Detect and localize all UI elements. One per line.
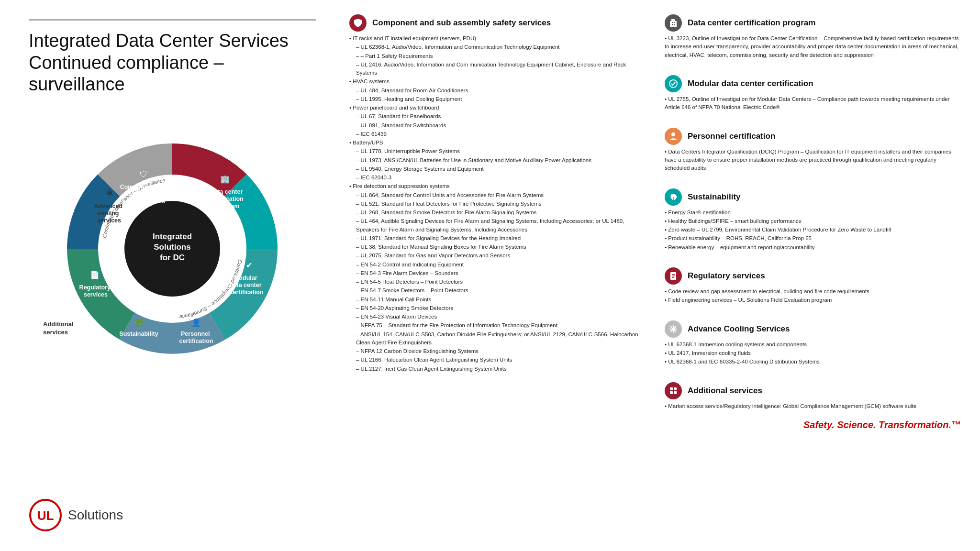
footer-area: Safety. Science. Transformation.™ (665, 419, 961, 440)
leaf-icon-svg (668, 192, 678, 202)
list-item: UL 864, Standard for Control Units and A… (349, 191, 646, 199)
list-item: UL 268, Standard for Smoke Detectors for… (349, 209, 646, 217)
section-datacenter-header: Data center certification program (665, 14, 961, 32)
section-cooling-icon (665, 320, 682, 338)
list-item: UL 1995, Heating and Cooling Equipment (349, 95, 646, 103)
section-additional-title: Additional services (688, 386, 762, 396)
person-icon-svg (668, 132, 678, 141)
list-item: UL 2416, Audio/Video, Information and Co… (349, 61, 646, 77)
section-datacenter: Data center certification program UL 322… (665, 14, 961, 66)
list-item: UL 9540, Energy Storage Systems and Equi… (349, 165, 646, 173)
section-regulatory-content: Code review and gap assessment to electr… (665, 287, 961, 305)
center-text-3: for DC (160, 253, 185, 262)
section-component-header: Component and sub assembly safety servic… (349, 14, 646, 32)
building-icon-svg (668, 18, 678, 28)
list-item: Market access service/Regulatory intelli… (665, 402, 961, 410)
center-text-2: Solutions (154, 242, 190, 252)
section-datacenter-content: UL 3223, Outline of Investigation for Da… (665, 34, 961, 59)
section-sustainability: Sustainability Energy Star® certificatio… (665, 188, 961, 259)
section-personnel-header: Personnel certification (665, 128, 961, 145)
person-icon: 👤 (191, 318, 201, 327)
building-icon: 🏢 (220, 175, 230, 184)
label-cooling: Advanced cooling services (94, 203, 124, 224)
section-modular-title: Modular data center certification (688, 79, 813, 88)
list-item: Data Centers Integrator Qualification (D… (665, 148, 961, 173)
list-item: EN 54-2 Control and Indicating Equipment (349, 261, 646, 269)
shield-icon: 🛡 (140, 170, 147, 178)
list-item: UL 2075, Standard for Gas and Vapor Dete… (349, 252, 646, 260)
section-regulatory-header: Regulatory services (665, 267, 961, 285)
section-cooling-title: Advance Cooling Services (688, 324, 790, 334)
title-line2: Continued compliance – surveillance (29, 53, 224, 95)
chart-svg: Continued Compliance – Surveillance Cont… (38, 115, 306, 383)
list-item: Energy Star® certification (665, 209, 961, 217)
list-item: ANSI/UL 154, CAN/ULC-S503, Carbon-Dioxid… (349, 331, 646, 347)
section-modular: Modular data center certification UL 275… (665, 75, 961, 119)
list-item: EN 54-7 Smoke Detectors – Point Detector… (349, 287, 646, 295)
svg-point-9 (671, 132, 675, 136)
list-item: UL 62368-1 Immersion cooling systems and… (665, 341, 961, 349)
list-item: UL 38, Standard for Manual Signaling Box… (349, 243, 646, 251)
list-item: IT racks and IT installed equipment (ser… (349, 34, 646, 43)
label-modular: Modular data center certification (230, 275, 264, 296)
section-additional-icon (665, 382, 682, 399)
list-item: UL 2127, Inert Gas Clean Agent Extinguis… (349, 365, 646, 373)
list-item: IEC 61439 (349, 130, 646, 138)
section-sustainability-content: Energy Star® certification Healthy Build… (665, 209, 961, 252)
list-item: EN 54-20 Aspirating Smoke Detectors (349, 304, 646, 312)
title-area: Integrated Data Center Services Continue… (29, 19, 316, 96)
svg-rect-3 (671, 19, 675, 21)
document-icon-svg (668, 271, 678, 281)
snowflake-icon-svg (668, 324, 678, 334)
list-item: UL 2166, Halocarbon Clean Agent Extingui… (349, 356, 646, 364)
list-item: Zero waste – UL 2799, Environmental Clai… (665, 226, 961, 234)
section-personnel-icon (665, 128, 682, 145)
additional-services-label: Additionalservices (43, 320, 74, 337)
shield-icon-svg (353, 18, 363, 28)
section-sustainability-title: Sustainability (688, 192, 741, 202)
list-item: Battery/UPS (349, 139, 646, 147)
list-item: EN 54-5 Heat Detectors – Point Detectors (349, 278, 646, 286)
svg-rect-7 (674, 24, 675, 25)
section-personnel-title: Personnel certification (688, 132, 775, 141)
grid-icon-svg (668, 386, 678, 396)
list-item: UL 2417, Immersion cooling fluids (665, 349, 961, 357)
svg-point-8 (669, 80, 677, 88)
svg-text:UL: UL (37, 508, 54, 523)
list-item: NFPA 75 – Standard for the Fire Protecti… (349, 321, 646, 330)
section-additional-header: Additional services (665, 382, 961, 399)
svg-rect-19 (674, 387, 677, 390)
list-item: UL 62368-1, Audio/Video, Information and… (349, 43, 646, 51)
section-component-content: IT racks and IT installed equipment (ser… (349, 34, 646, 373)
list-item: HVAC systems (349, 77, 646, 86)
section-personnel-content: Data Centers Integrator Qualification (D… (665, 148, 961, 173)
svg-rect-6 (672, 24, 673, 25)
svg-rect-2 (670, 21, 677, 27)
list-item: EN 54-23 Visual Alarm Devices (349, 313, 646, 321)
list-item: Code review and gap assessment to electr… (665, 287, 961, 296)
section-cooling-header: Advance Cooling Services (665, 320, 961, 338)
list-item: IEC 62040-3 (349, 174, 646, 182)
section-component-icon (349, 14, 367, 32)
right-panel: Component and sub assembly safety servic… (335, 0, 980, 551)
list-item: NFPA 12 Carbon Dioxide Extinguishing Sys… (349, 347, 646, 355)
svg-rect-4 (672, 22, 673, 23)
section-sustainability-header: Sustainability (665, 188, 961, 206)
section-modular-icon (665, 75, 682, 92)
label-regulatory: Regulatory services (79, 284, 112, 298)
section-cooling-content: UL 62368-1 Immersion cooling systems and… (665, 341, 961, 366)
list-item: UL 67, Standard for Panelboards (349, 112, 646, 121)
list-item: UL 1778, Uninterruptible Power Systems (349, 147, 646, 155)
center-text-1: Integrated (153, 232, 192, 241)
list-item: UL 2755, Outline of Investigation for Mo… (665, 95, 961, 112)
title-line1: Integrated Data Center Services (29, 31, 289, 51)
footer-tagline: Safety. Science. Transformation.™ (803, 419, 961, 430)
svg-rect-18 (670, 387, 673, 390)
list-item: EN 54-11 Manual Call Points (349, 296, 646, 304)
list-item: UL 1971, Standard for Signaling Devices … (349, 234, 646, 242)
section-regulatory-title: Regulatory services (688, 271, 765, 281)
list-item: EN 54-3 Fire Alarm Devices – Sounders (349, 269, 646, 277)
section-regulatory: Regulatory services Code review and gap … (665, 267, 961, 312)
label-sustainability: Sustainability (119, 331, 158, 337)
snowflake-icon: ❄ (106, 188, 113, 198)
